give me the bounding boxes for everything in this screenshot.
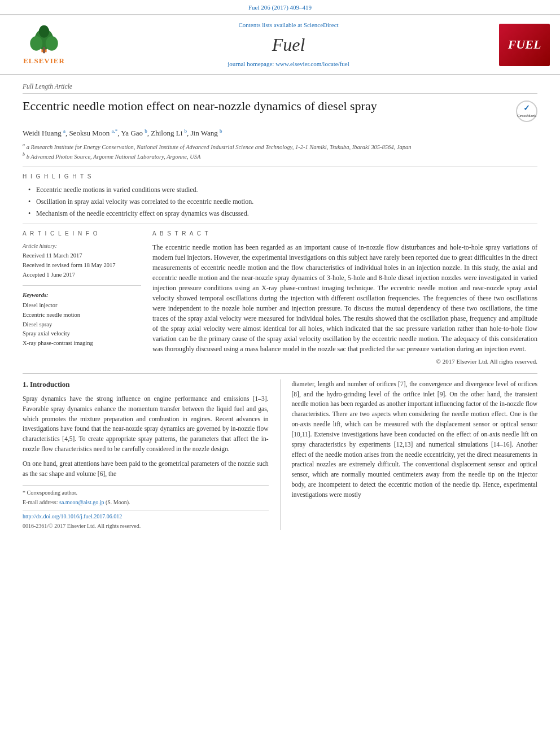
page: Fuel 206 (2017) 409–419 ELSEVIER Content… [0, 0, 560, 747]
article-history: Article history: Received 11 March 2017 … [23, 242, 141, 279]
keyword-2: Eccentric needle motion [23, 311, 141, 320]
keyword-3: Diesel spray [23, 321, 141, 329]
info-abstract-container: A R T I C L E I N F O Article history: R… [23, 230, 537, 366]
affiliation-a: a a Research Institute for Energy Conser… [23, 142, 537, 151]
footnote-area: * Corresponding author. E-mail address: … [23, 485, 269, 530]
abstract-copyright: © 2017 Elsevier Ltd. All rights reserved… [152, 357, 537, 366]
divider-4 [23, 373, 537, 374]
highlight-item-2: Oscillation in spray axial velocity was … [28, 197, 537, 207]
received-date: Received 11 March 2017 [23, 252, 141, 260]
right-paragraph-1: diameter, length and number of orifices … [292, 379, 538, 500]
intro-paragraph-1: Spray dynamics have the strong influence… [23, 394, 269, 455]
highlights-section: H I G H L I G H T S Eccentric needle mot… [23, 173, 537, 218]
body-left-col: 1. Introduction Spray dynamics have the … [23, 379, 269, 530]
svg-point-2 [30, 36, 42, 51]
divider-3 [23, 285, 141, 286]
keyword-4: Spray axial velocity [23, 330, 141, 338]
keyword-1: Diesel injector [23, 302, 141, 310]
journal-ref-text: Fuel 206 (2017) 409–419 [248, 4, 312, 11]
history-label: Article history: [23, 242, 141, 250]
svg-point-3 [46, 36, 58, 51]
intro-paragraph-2: On one hand, great attentions have been … [23, 459, 269, 479]
accepted-date: Accepted 1 June 2017 [23, 271, 141, 279]
divider-2 [23, 224, 537, 224]
elsevier-brand-name: ELSEVIER [23, 56, 65, 66]
affiliations: a a Research Institute for Energy Conser… [23, 142, 537, 161]
abstract-col: A B S T R A C T The eccentric needle mot… [152, 230, 537, 366]
doi-text[interactable]: http://dx.doi.org/10.1016/j.fuel.2017.06… [23, 513, 122, 519]
elsevier-tree-icon [19, 24, 69, 55]
issn-line: 0016-2361/© 2017 Elsevier Ltd. All right… [23, 522, 269, 530]
abstract-text: The eccentric needle motion has been reg… [152, 242, 537, 354]
journal-header: ELSEVIER Contents lists available at Sci… [0, 14, 560, 75]
introduction-heading: 1. Introduction [23, 379, 269, 390]
svg-point-4 [39, 25, 49, 37]
crossmark-badge: ✓ CrossMark [516, 101, 537, 122]
footnote-divider [23, 510, 269, 510]
highlights-title: H I G H L I G H T S [23, 173, 537, 181]
affiliation-b: b b Advanced Photon Source, Argonne Nati… [23, 151, 537, 161]
revised-date: Received in revised form 18 May 2017 [23, 261, 141, 270]
sciencedirect-name[interactable]: ScienceDirect [304, 21, 339, 28]
article-info-title: A R T I C L E I N F O [23, 230, 141, 238]
article-content: Full Length Article Eccentric needle mot… [0, 75, 560, 537]
keywords-section: Keywords: Diesel injector Eccentric need… [23, 291, 141, 348]
doi-link[interactable]: http://dx.doi.org/10.1016/j.fuel.2017.06… [23, 513, 269, 521]
homepage-url[interactable]: www.elsevier.com/locate/fuel [275, 60, 349, 67]
sciencedirect-link: Contents lists available at ScienceDirec… [78, 21, 499, 29]
fuel-journal-logo: FUEL [499, 24, 550, 66]
highlight-item-1: Eccentric needle motions in varied condi… [28, 185, 537, 195]
keyword-5: X-ray phase-contrast imaging [23, 339, 141, 348]
highlight-item-3: Mechanism of the needle eccentricity eff… [28, 209, 537, 219]
abstract-title: A B S T R A C T [152, 230, 537, 238]
article-title-text: Eccentric needle motion effect on near-n… [23, 98, 510, 115]
body-right-col: diameter, length and number of orifices … [292, 379, 538, 530]
article-info-col: A R T I C L E I N F O Article history: R… [23, 230, 141, 366]
article-title-container: Eccentric needle motion effect on near-n… [23, 98, 537, 122]
divider-1 [23, 167, 537, 167]
footnote-corresponding: * Corresponding author. [23, 489, 269, 497]
elsevier-logo: ELSEVIER [10, 24, 78, 66]
body-content: 1. Introduction Spray dynamics have the … [23, 379, 537, 530]
keywords-label: Keywords: [23, 291, 141, 300]
svg-rect-5 [43, 47, 45, 53]
journal-center: Contents lists available at ScienceDirec… [78, 21, 499, 68]
email-link[interactable]: sa.moon@aist.go.jp [59, 499, 104, 505]
authors: Weidi Huang a, Seoksu Moon a,*, Ya Gao b… [23, 128, 537, 139]
footnote-email: E-mail address: sa.moon@aist.go.jp (S. M… [23, 499, 269, 506]
journal-reference: Fuel 206 (2017) 409–419 [0, 0, 560, 14]
body-col-divider [280, 379, 281, 530]
article-type: Full Length Article [23, 82, 537, 94]
journal-name: Fuel [78, 32, 499, 58]
journal-homepage: journal homepage: www.elsevier.com/locat… [78, 60, 499, 68]
highlights-list: Eccentric needle motions in varied condi… [23, 185, 537, 218]
